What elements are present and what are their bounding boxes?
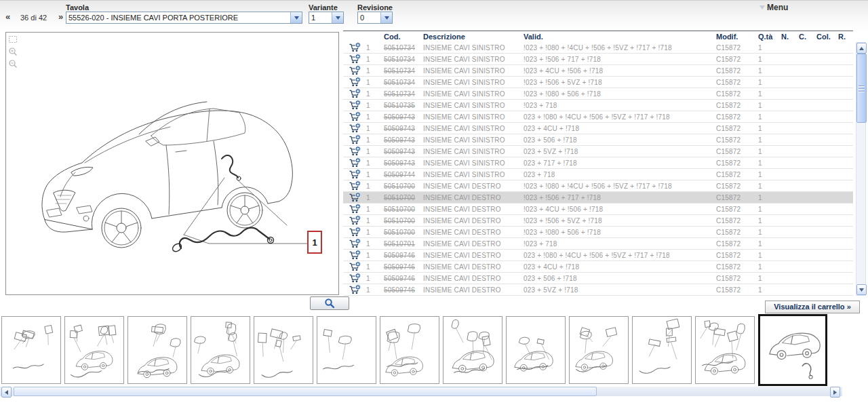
marquee-icon[interactable] [8,35,18,44]
row-validity: !023 + !080 + !4CU + !506 + !5VZ + !717 … [524,44,716,52]
row-validity: 023 + 506 + !718 [524,136,716,144]
table-row[interactable]: 1 50510700 INSIEME CAVI DESTRO !023 + !5… [343,192,853,204]
tavola-thumbnail-2[interactable] [64,316,124,384]
add-to-cart-icon[interactable] [349,157,361,168]
menu-button[interactable]: Menu [760,3,788,12]
add-to-cart-icon[interactable] [349,65,361,76]
thumbnail-horizontal-scrollbar[interactable] [0,387,842,396]
row-validity: !023 + !080 + !4CU + !506 + !5VZ + !717 … [524,182,716,190]
row-validity: 023 + 718 [524,171,716,178]
table-row[interactable]: 1 50510734 INSIEME CAVI SINISTRO !023 + … [343,88,853,100]
add-to-cart-icon[interactable] [349,134,361,145]
table-row[interactable]: 1 50509746 INSIEME CAVI DESTRO 023 + !08… [343,250,853,261]
row-description: INSIEME CAVI SINISTRO [423,67,524,75]
row-quantity: 1 [758,148,781,155]
row-description: INSIEME CAVI SINISTRO [423,44,524,52]
view-cart-button[interactable]: Visualizza il carrello » [765,301,860,313]
add-to-cart-icon[interactable] [349,100,361,111]
scroll-down-button[interactable] [856,284,867,295]
add-to-cart-icon[interactable] [349,238,361,249]
table-row[interactable]: 1 50510735 INSIEME CAVI SINISTRO !023 + … [343,100,853,111]
table-row[interactable]: 1 50510734 INSIEME CAVI SINISTRO !023 + … [343,65,853,77]
add-to-cart-icon[interactable] [349,204,361,214]
row-part-code: 50510734 [384,90,423,98]
tavola-select[interactable]: 55526-020 - INSIEME CAVI PORTA POSTERIOR… [66,12,302,24]
table-row[interactable]: 1 50509744 INSIEME CAVI SINISTRO 023 + 7… [343,169,853,180]
search-button[interactable] [310,296,349,310]
add-to-cart-icon[interactable] [349,146,361,157]
dropdown-arrow-icon[interactable] [332,12,343,23]
table-row[interactable]: 1 50510700 INSIEME CAVI DESTRO !023 + !5… [343,215,853,227]
tavola-thumbnail-6[interactable] [317,316,376,384]
table-row[interactable]: 1 50509743 INSIEME CAVI SINISTRO 023 + !… [343,111,853,123]
table-row[interactable]: 1 50510700 INSIEME CAVI DESTRO !023 + !0… [343,227,853,238]
prev-tavola-button[interactable]: « [5,12,10,22]
table-row[interactable]: 1 50509743 INSIEME CAVI SINISTRO 023 + 5… [343,146,853,157]
vertical-scroll-thumb[interactable] [856,54,867,123]
table-row[interactable]: 1 50509746 INSIEME CAVI DESTRO 023 + 506… [343,273,853,284]
add-to-cart-icon[interactable] [349,273,361,284]
add-to-cart-icon[interactable] [349,227,361,237]
next-tavola-button[interactable]: » [58,12,63,22]
zoom-in-icon[interactable] [8,47,18,56]
drawing-panel: 1 [5,32,339,295]
tavola-thumbnail-12[interactable] [695,316,755,384]
add-to-cart-icon[interactable] [349,215,361,226]
add-to-cart-icon[interactable] [349,54,361,64]
add-to-cart-icon[interactable] [349,284,361,295]
dropdown-arrow-icon[interactable] [290,12,302,23]
table-row[interactable]: 1 50509746 INSIEME CAVI DESTRO 023 + 4CU… [343,261,853,273]
tavola-thumbnail-5[interactable] [254,316,313,384]
revisione-select[interactable]: 0 [357,12,393,24]
table-row[interactable]: 1 50510734 INSIEME CAVI SINISTRO !023 + … [343,77,853,88]
row-part-code: 50509743 [384,148,423,155]
table-row[interactable]: 1 50510734 INSIEME CAVI SINISTRO !023 + … [343,42,853,54]
tavola-thumbnail-4[interactable] [191,316,250,384]
add-to-cart-icon[interactable] [349,192,361,203]
row-callout-number: 1 [366,148,384,155]
tavola-thumbnail-1[interactable] [1,316,61,384]
add-to-cart-icon[interactable] [349,77,361,88]
table-row[interactable]: 1 50509743 INSIEME CAVI SINISTRO 023 + 7… [343,157,853,169]
table-row[interactable]: 1 50510700 INSIEME CAVI DESTRO !023 + !0… [343,180,853,192]
add-to-cart-icon[interactable] [349,88,361,99]
add-to-cart-icon[interactable] [349,169,361,180]
row-modif: C15872 [716,159,758,167]
tavola-thumbnail-9[interactable] [506,316,566,384]
table-row[interactable]: 1 50510734 INSIEME CAVI SINISTRO !023 + … [343,54,853,65]
tavola-drawing[interactable] [6,33,338,294]
tavola-thumbnail-7[interactable] [380,316,439,384]
tavola-thumbnail-13-selected[interactable] [758,314,827,386]
tavola-thumbnail-8[interactable] [443,316,502,384]
row-callout-number: 1 [366,206,384,213]
add-to-cart-icon[interactable] [349,250,361,261]
tavola-thumbnail-11[interactable] [632,316,692,384]
table-row[interactable]: 1 50509743 INSIEME CAVI SINISTRO 023 + 4… [343,123,853,134]
table-row[interactable]: 1 50510701 INSIEME CAVI DESTRO !023 + 71… [343,238,853,250]
up-chevron-icon [859,47,864,50]
scroll-up-button[interactable] [856,43,867,54]
dropdown-arrow-icon[interactable] [380,12,392,23]
add-to-cart-icon[interactable] [349,42,361,53]
part-callout-1[interactable]: 1 [307,231,322,254]
add-to-cart-icon[interactable] [349,111,361,122]
col-col: Col. [816,33,838,41]
add-to-cart-icon[interactable] [349,123,361,134]
zoom-out-icon[interactable] [8,59,18,69]
scroll-left-button[interactable] [1,387,12,398]
row-modif: C15872 [716,194,758,201]
tavola-thumbnail-3[interactable] [127,316,187,384]
row-callout-number: 1 [366,275,384,282]
add-to-cart-icon[interactable] [349,180,361,191]
table-row[interactable]: 1 50509746 INSIEME CAVI DESTRO 023 + 5VZ… [343,284,853,296]
row-validity: !023 + !080 + 506 + !718 [524,229,716,236]
variante-select[interactable]: 1 [309,12,344,24]
tavola-thumbnail-10[interactable] [569,316,629,384]
scroll-right-button[interactable] [830,387,840,398]
add-to-cart-icon[interactable] [349,261,361,272]
row-part-code: 50510734 [384,79,423,86]
table-row[interactable]: 1 50510700 INSIEME CAVI DESTRO !023 + 4C… [343,204,853,215]
table-vertical-scrollbar[interactable] [856,42,866,296]
horizontal-scroll-thumb[interactable] [14,387,597,396]
table-row[interactable]: 1 50509743 INSIEME CAVI SINISTRO 023 + 5… [343,134,853,146]
